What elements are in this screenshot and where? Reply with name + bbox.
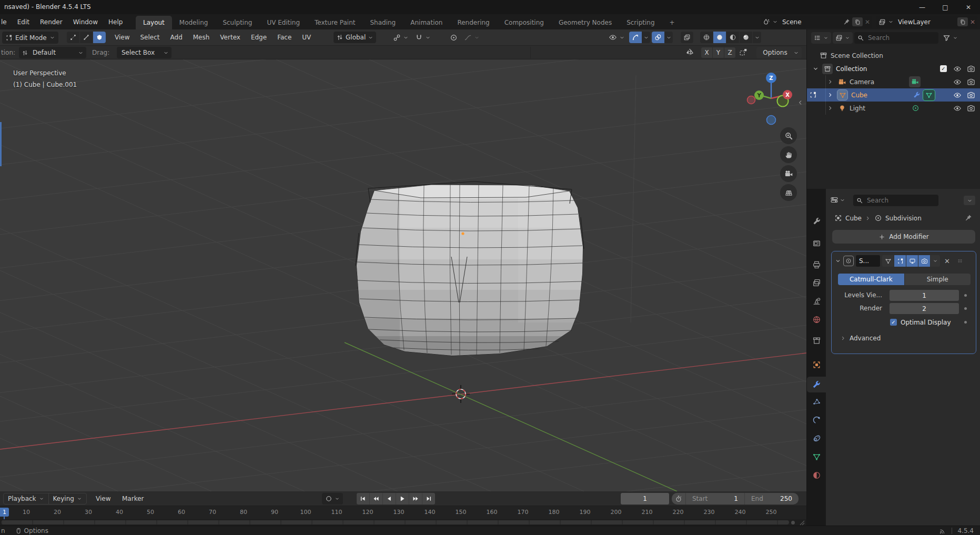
tab-rendering[interactable]: Rendering xyxy=(450,16,497,29)
tab-particles[interactable] xyxy=(807,394,826,410)
camera-label[interactable]: Camera xyxy=(850,78,874,86)
drag-grip-icon[interactable] xyxy=(956,257,964,265)
menu-face[interactable]: Face xyxy=(272,30,297,45)
outliner-filter-mode[interactable] xyxy=(833,32,853,44)
delete-modifier-button[interactable]: ✕ xyxy=(944,257,950,265)
snap-toggle-button[interactable] xyxy=(412,32,433,43)
face-select-button[interactable] xyxy=(93,32,106,43)
wireframe-shading-button[interactable] xyxy=(700,32,713,43)
play-reverse-button[interactable] xyxy=(383,493,396,504)
tab-compositing[interactable]: Compositing xyxy=(497,16,551,29)
menu-help[interactable]: Help xyxy=(103,14,128,29)
start-frame-field[interactable]: Start 1 xyxy=(686,493,745,504)
chevron-down-icon[interactable] xyxy=(835,258,841,264)
active-vertex[interactable] xyxy=(461,232,464,235)
menu-playback[interactable]: Playback xyxy=(4,493,48,504)
collection-checkbox[interactable]: ✓ xyxy=(940,65,947,72)
jump-to-start-button[interactable] xyxy=(357,493,370,504)
tab-geometry-nodes[interactable]: Geometry Nodes xyxy=(551,16,619,29)
catmull-clark-button[interactable]: Catmull-Clark xyxy=(838,274,904,285)
gizmo-neg-z-ball[interactable] xyxy=(767,116,776,125)
render-levels-field[interactable]: 2 xyxy=(890,303,959,314)
outliner-filter-button[interactable] xyxy=(940,32,961,44)
tab-uv-editing[interactable]: UV Editing xyxy=(259,16,307,29)
cube-mesh[interactable] xyxy=(347,180,594,359)
chevron-right-icon[interactable] xyxy=(827,105,834,112)
menu-window[interactable]: Window xyxy=(68,14,103,29)
viewlayer-selector[interactable]: ViewLayer ✕ xyxy=(876,16,977,28)
tool-options-dropdown[interactable]: Options xyxy=(756,47,802,58)
optimal-display-checkbox[interactable]: ✓ xyxy=(890,319,897,326)
light-data-icon[interactable] xyxy=(912,104,920,112)
hide-eye-icon[interactable] xyxy=(953,104,962,113)
network-icon[interactable] xyxy=(939,527,946,534)
tool-orientation-dropdown[interactable]: Default xyxy=(19,47,86,58)
menu-add[interactable]: Add xyxy=(165,30,188,45)
tab-modeling[interactable]: Modeling xyxy=(172,16,216,29)
shading-dropdown[interactable] xyxy=(753,32,761,43)
proportional-falloff-button[interactable] xyxy=(461,32,482,43)
show-in-viewport-button[interactable] xyxy=(906,255,918,267)
snap-base-icon[interactable] xyxy=(739,47,748,57)
snap-target-button[interactable] xyxy=(390,32,411,43)
playhead[interactable]: 1 xyxy=(0,508,9,517)
breadcrumb-object[interactable]: Cube xyxy=(845,215,862,222)
tab-sculpting[interactable]: Sculpting xyxy=(215,16,259,29)
transform-orientation-selector[interactable]: Global xyxy=(334,32,376,43)
tab-scripting[interactable]: Scripting xyxy=(619,16,662,29)
tab-collection[interactable] xyxy=(807,332,826,348)
add-modifier-button[interactable]: Add Modifier xyxy=(832,230,975,244)
timeline-scrollbar[interactable] xyxy=(0,519,806,526)
optimal-animate-dot[interactable] xyxy=(964,321,967,324)
mirror-z-button[interactable]: Z xyxy=(724,47,735,58)
menu-mesh[interactable]: Mesh xyxy=(188,30,215,45)
tab-layout[interactable]: Layout xyxy=(136,16,172,29)
menu-file-cut[interactable]: le xyxy=(0,14,12,29)
pan-button[interactable] xyxy=(780,146,797,163)
overlays-dropdown[interactable] xyxy=(664,32,673,43)
modifier-wrench-icon[interactable] xyxy=(913,91,921,99)
mirror-x-button[interactable]: X xyxy=(701,47,712,58)
menu-marker[interactable]: Marker xyxy=(117,491,149,506)
tab-view-layer[interactable] xyxy=(807,275,826,290)
minimize-button[interactable]: — xyxy=(911,0,934,14)
outliner-row-scene-collection[interactable]: Scene Collection xyxy=(807,49,980,62)
tab-physics[interactable] xyxy=(807,412,826,428)
mode-selector[interactable]: Edit Mode xyxy=(2,32,58,44)
rendered-shading-button[interactable] xyxy=(740,32,752,43)
next-keyframe-button[interactable] xyxy=(409,493,422,504)
new-viewlayer-button[interactable] xyxy=(957,17,968,26)
new-scene-button[interactable] xyxy=(852,17,863,26)
tab-object[interactable] xyxy=(807,357,826,372)
3d-viewport[interactable]: User Perspective (1) Cube | Cube.001 Z Y… xyxy=(0,59,806,491)
drag-mode-dropdown[interactable]: Select Box xyxy=(117,47,171,58)
timeline-ruler[interactable]: 1 10 20 30 40 50 60 70 80 90 100 110 120… xyxy=(0,506,806,519)
scene-name[interactable]: Scene xyxy=(780,18,841,26)
scene-collection-label[interactable]: Scene Collection xyxy=(831,52,883,59)
simple-button[interactable]: Simple xyxy=(905,274,971,285)
xray-toggle-button[interactable] xyxy=(681,32,693,43)
menu-render[interactable]: Render xyxy=(35,14,68,29)
camera-data-icon[interactable] xyxy=(911,78,919,86)
current-frame-field[interactable]: 1 xyxy=(621,493,669,504)
solid-shading-button[interactable] xyxy=(713,32,726,43)
menu-uv[interactable]: UV xyxy=(297,30,316,45)
corner-resize-grip[interactable] xyxy=(799,519,805,526)
levels-viewport-field[interactable]: 1 xyxy=(890,290,959,301)
show-overlays-button[interactable] xyxy=(652,32,664,43)
scene-selector[interactable]: Scene ✕ xyxy=(761,16,872,28)
hide-eye-icon[interactable] xyxy=(953,78,962,86)
mirror-icon[interactable] xyxy=(685,47,694,57)
outliner-row-light[interactable]: Light xyxy=(807,102,980,115)
tab-material[interactable] xyxy=(807,467,826,483)
chevron-right-icon[interactable] xyxy=(827,92,834,98)
cube-label[interactable]: Cube xyxy=(851,92,867,99)
show-in-render-button[interactable] xyxy=(918,255,930,267)
tab-texture-paint[interactable]: Texture Paint xyxy=(307,16,362,29)
tab-animation[interactable]: Animation xyxy=(403,16,450,29)
outliner-search[interactable] xyxy=(854,32,938,44)
tab-scene[interactable] xyxy=(807,293,826,309)
toolbar-active-tool-strip[interactable] xyxy=(0,122,2,166)
gizmo-neg-x-ball[interactable] xyxy=(747,96,755,104)
edge-select-button[interactable] xyxy=(80,32,93,43)
